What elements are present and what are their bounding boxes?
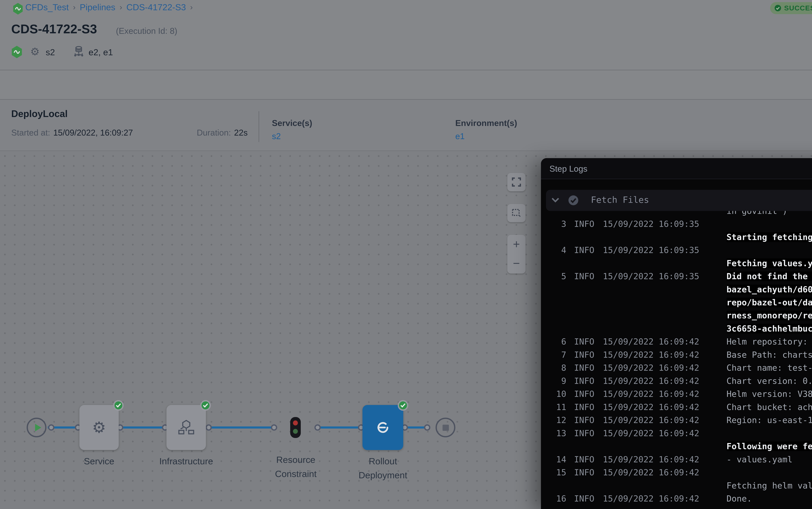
log-line-number: 6	[549, 335, 566, 348]
breadcrumb-separator: ›	[190, 3, 193, 11]
chevron-down-icon[interactable]	[552, 198, 559, 203]
node-port	[206, 424, 212, 431]
success-check-icon	[113, 400, 124, 411]
log-timestamp: 15/09/2022 16:09:42	[603, 348, 699, 361]
connector-line	[407, 427, 427, 429]
environments-label: Environment(s)	[455, 118, 517, 128]
log-message: Region: us-east-1	[727, 414, 812, 427]
end-node[interactable]	[436, 418, 455, 437]
log-timestamp: 15/09/2022 16:09:42	[603, 427, 699, 440]
stage-summary-bar: DeployLocal Started at: 15/09/2022, 16:0…	[0, 100, 812, 151]
zoom-in-button[interactable]: +	[507, 235, 525, 254]
execution-id: (Execution Id: 8)	[116, 26, 177, 36]
log-level: INFO	[574, 427, 594, 440]
log-line-number: 10	[549, 387, 566, 401]
log-viewport[interactable]: in govinit ) 3INFO15/09/2022 16:09:35 St…	[541, 211, 812, 509]
node-resource-constraint[interactable]	[290, 417, 301, 438]
node-port	[315, 424, 321, 431]
node-label-resource-constraint: Resource Constraint	[275, 453, 317, 481]
breadcrumb-pipelines-link[interactable]: Pipelines	[80, 2, 115, 12]
node-port	[271, 424, 277, 431]
top-header: CFDs_Test › Pipelines › CDS-41722-S3 › S…	[0, 0, 812, 70]
log-line-number: 7	[549, 348, 566, 361]
log-line-number: 8	[549, 361, 566, 374]
log-message: Done.	[727, 492, 812, 505]
log-level: INFO	[574, 244, 594, 257]
breadcrumb-project-link[interactable]: CFDs_Test	[25, 2, 69, 12]
traffic-green-light	[293, 429, 298, 434]
log-line-number: 14	[549, 453, 566, 466]
stage-name: DeployLocal	[11, 108, 68, 119]
log-timestamp: 15/09/2022 16:09:42	[603, 492, 699, 505]
log-row: 4INFO15/09/2022 16:09:35 Fetching values…	[541, 244, 812, 270]
log-level: INFO	[574, 466, 594, 479]
log-message: Starting fetching Helm values	[727, 217, 812, 244]
status-badge-label: SUCCESS	[784, 4, 812, 12]
environment-link[interactable]: e1	[455, 131, 517, 141]
log-row: 8INFO15/09/2022 16:09:42Chart name: test…	[541, 361, 812, 374]
log-row: 7INFO15/09/2022 16:09:42Base Path: chart…	[541, 348, 812, 361]
started-at-label: Started at:	[11, 128, 50, 137]
environment-icon	[73, 46, 84, 58]
drawer-title: Step Logs	[549, 164, 587, 174]
log-row: 3INFO15/09/2022 16:09:35 Starting fetchi…	[541, 217, 812, 244]
log-timestamp: 15/09/2022 16:09:35	[603, 270, 699, 283]
start-node[interactable]	[27, 418, 46, 437]
log-level: INFO	[574, 492, 594, 505]
log-line-number: 4	[549, 244, 566, 257]
rollout-icon	[375, 420, 391, 435]
log-level: INFO	[574, 414, 594, 427]
log-level: INFO	[574, 270, 594, 283]
cd-module-icon	[11, 46, 23, 58]
node-port	[424, 424, 430, 431]
fullscreen-canvas-button[interactable]	[507, 173, 525, 191]
node-service[interactable]: ⚙	[79, 405, 119, 450]
log-message: - values.yaml	[727, 453, 812, 466]
zoom-out-button[interactable]: −	[507, 254, 525, 273]
log-line-number: 11	[549, 401, 566, 414]
step-group-fetch-files[interactable]: Fetch Files 9s	[546, 190, 812, 211]
node-infrastructure[interactable]	[167, 405, 206, 450]
node-label-infrastructure: Infrastructure	[159, 454, 213, 468]
success-check-icon	[200, 400, 211, 411]
log-row: 10INFO15/09/2022 16:09:42Helm version: V…	[541, 387, 812, 401]
log-message: Following were fetched successfully :	[727, 427, 812, 453]
infrastructure-icon	[178, 420, 195, 435]
tab-bar: Pipeline Inputs Console View	[0, 71, 812, 100]
breadcrumb-separator: ›	[119, 3, 122, 11]
selection-tool-button[interactable]	[507, 204, 525, 222]
play-icon	[35, 424, 41, 431]
breadcrumb-pipeline-link[interactable]: CDS-41722-S3	[126, 2, 186, 12]
services-label: Service(s)	[272, 118, 312, 128]
page-title: CDS-41722-S3	[11, 22, 97, 36]
log-message: Base Path: charts/	[727, 348, 812, 361]
log-timestamp: 15/09/2022 16:09:42	[603, 387, 699, 401]
breadcrumb-separator: ›	[73, 3, 76, 11]
duration-value: 22s	[234, 128, 248, 137]
stop-icon	[443, 425, 449, 431]
log-message: Helm repository: aws-qa-setup-modified	[727, 335, 812, 348]
step-logs-drawer: Step Logs Console View Fetch Files 9s	[541, 158, 812, 509]
log-row: 11INFO15/09/2022 16:09:42Chart bucket: a…	[541, 401, 812, 414]
log-level: INFO	[574, 401, 594, 414]
log-level: INFO	[574, 335, 594, 348]
divider	[259, 111, 259, 142]
log-row: 12INFO15/09/2022 16:09:42Region: us-east…	[541, 414, 812, 427]
breadcrumb: CFDs_Test › Pipelines › CDS-41722-S3 ›	[25, 2, 193, 12]
connector-line	[123, 427, 162, 429]
log-message: Chart name: test-chart	[727, 361, 812, 374]
log-line-number: 12	[549, 414, 566, 427]
log-line-number: 16	[549, 492, 566, 505]
log-message: Chart version: 0.1.0	[727, 374, 812, 387]
node-port	[48, 424, 54, 431]
service-tag: s2	[46, 47, 55, 57]
log-level: INFO	[574, 374, 594, 387]
log-line-number: 15	[549, 466, 566, 479]
log-row: 16INFO15/09/2022 16:09:42Done.	[541, 492, 812, 505]
log-timestamp: 15/09/2022 16:09:42	[603, 414, 699, 427]
success-check-icon	[398, 400, 408, 411]
service-link[interactable]: s2	[272, 131, 312, 141]
log-line-number: 5	[549, 270, 566, 283]
step-name: Fetch Files	[591, 195, 649, 205]
node-rollout-deployment[interactable]	[363, 405, 403, 450]
